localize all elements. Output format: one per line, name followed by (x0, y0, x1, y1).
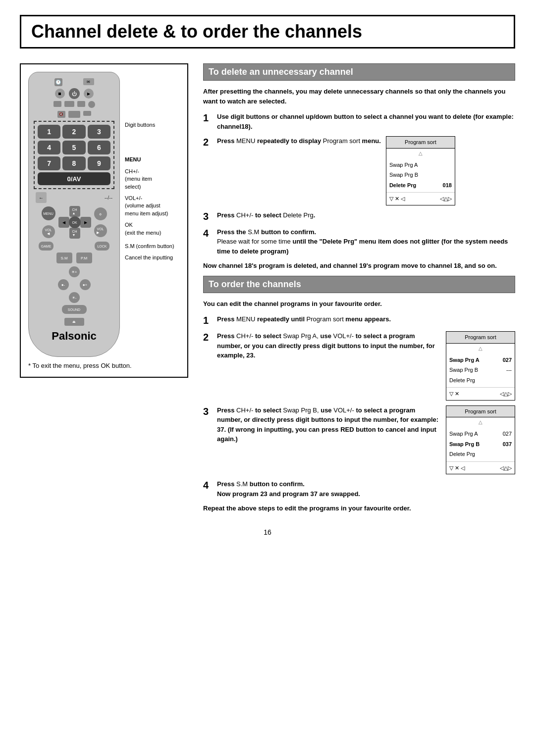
digit-4[interactable]: 4 (38, 141, 60, 154)
contrast-minus[interactable]: ●- (58, 279, 69, 290)
back-arrow-button[interactable]: ← (36, 192, 47, 203)
step-4-content: Press the S.M button to confirm. Please … (217, 227, 515, 256)
ch-label-annotation: CH+/-(menu itemselect) (125, 168, 180, 191)
digit-section: 1 2 3 4 5 6 7 8 9 0/AV (34, 121, 114, 189)
digit-1[interactable]: 1 (38, 125, 60, 139)
subtitle-icon: ✉ (83, 78, 94, 85)
function-icons-row (34, 101, 114, 108)
game-button[interactable]: GAME (39, 242, 54, 251)
menu-items-3: Swap Prg A027 Swap Prg B037 Delete Prg (446, 427, 515, 461)
brightness-minus[interactable]: ☀- (69, 292, 80, 303)
func-icon-1 (54, 101, 61, 107)
power-row: ⏹ ⏻ ▶ (34, 88, 114, 99)
game-lock-row: GAME LOCK (34, 242, 114, 251)
digit-9[interactable]: 9 (88, 156, 110, 170)
menu-display-1: Program sort △ Swap Prg A Swap Prg B Del… (386, 136, 455, 205)
menu-display-2: Program sort △ Swap Prg A027 Swap Prg B-… (446, 331, 515, 401)
order-step-number-2: 2 (203, 331, 213, 343)
vol-right-button[interactable]: ▶ (80, 217, 91, 228)
mute-icon: 🔇 (57, 111, 65, 118)
menu-nav-2: ▽ ✕◁△▷ (446, 387, 515, 400)
swap-prg-b-1: Swap Prg B (389, 170, 452, 180)
order-step-1-content: Press MENU repeatedly until Program sort… (217, 314, 515, 324)
remote-label-column: Digit buttons MENU CH+/-(menu itemselect… (120, 72, 180, 357)
step-3-content: Press CH+/- to select Delete Prg. (217, 210, 515, 220)
lock-button[interactable]: LOCK (95, 242, 109, 251)
sm-pm-row: S.M P.M (34, 252, 114, 263)
order-step-number-1: 1 (203, 314, 213, 326)
digit-0-av[interactable]: 0/AV (38, 172, 110, 185)
misc-buttons: ☀+ ●- ●+ ☀- SOUND (34, 266, 114, 326)
clock-icon: 🕐 (54, 78, 62, 86)
vol-right-side-button[interactable]: VOL▶ (94, 224, 107, 237)
digit-buttons-label: Digit buttons (125, 121, 180, 129)
misc-row-3: ☀- (69, 292, 80, 303)
contrast-plus[interactable]: ●+ (80, 279, 91, 290)
vol-button[interactable]: VOL◀ (42, 225, 55, 238)
digit-3[interactable]: 3 (88, 125, 110, 139)
delete-section: To delete an unnecessary channel After p… (203, 63, 515, 271)
func-icon-6 (83, 111, 91, 116)
step-number-1: 1 (203, 112, 213, 124)
function-icons-row2: 🔇 (34, 111, 114, 118)
step-number-3: 3 (203, 210, 213, 222)
order-step-1: 1 Press MENU repeatedly until Program so… (203, 314, 515, 326)
sm-button[interactable]: S.M (56, 252, 72, 263)
page-title: Channel delete & to order the channels (20, 15, 515, 49)
order-section: To order the channels You can edit the c… (203, 276, 515, 513)
play-icon: ▶ (84, 89, 94, 99)
menu-button[interactable]: MENU (42, 206, 55, 220)
menu-nav-1: ▽ ✕ ◁◁△▷ (386, 192, 455, 205)
order-intro-text: You can edit the channel programs in you… (203, 299, 515, 309)
order-step-number-4: 4 (203, 479, 213, 491)
dash-button[interactable]: --/-- (105, 195, 112, 201)
power-button[interactable]: ⏻ (69, 88, 80, 99)
swap-prg-b-3: Swap Prg B037 (449, 439, 512, 450)
option-button[interactable]: ⚙ (94, 207, 107, 220)
step-1-content: Use digit buttons or channel up/down but… (217, 112, 515, 131)
ch-down-button[interactable]: CH▼ (69, 228, 80, 239)
order-step-3-content: Press CH+/- to select Swap Prg B, use VO… (217, 405, 515, 475)
sound-button[interactable]: SOUND (62, 305, 87, 314)
remote-top-icons: 🕐 ✉ (34, 78, 114, 86)
order-step-number-3: 3 (203, 405, 213, 417)
brand-name: Palsonic (34, 330, 114, 343)
eject-button-wrap: ⏏ (64, 318, 84, 326)
sm-label-annotation: S.M (confirm button) (125, 243, 180, 250)
swap-prg-a-1: Swap Prg A (389, 160, 452, 170)
digit-6[interactable]: 6 (88, 141, 110, 154)
digit-7[interactable]: 7 (38, 156, 60, 170)
swap-prg-a-3: Swap Prg A027 (449, 429, 512, 439)
digit-8[interactable]: 8 (62, 156, 85, 170)
nav-row: ← --/-- (34, 192, 114, 203)
delete-intro-text: After presetting the channels, you may d… (203, 87, 515, 106)
vol-left-button[interactable]: ◀ (58, 217, 69, 228)
ok-button[interactable]: OK (69, 216, 81, 228)
menu-warning-3: △ (446, 417, 515, 427)
digit-5[interactable]: 5 (62, 141, 85, 154)
misc-row-1: ☀+ (69, 266, 80, 277)
delete-step-2: 2 Press MENU repeatedly to display Progr… (203, 136, 515, 205)
menu-label-annotation: MENU (125, 156, 180, 163)
delete-prg-3: Delete Prg (449, 449, 512, 459)
digit-2[interactable]: 2 (62, 125, 85, 139)
brightness-plus[interactable]: ☀+ (69, 266, 80, 277)
order-section-heading: To order the channels (203, 276, 515, 293)
eject-button[interactable]: ⏏ (64, 318, 84, 326)
menu-nav-3: ▽ ✕ ◁◁△▷ (446, 461, 515, 474)
menu-warning-2: △ (446, 344, 515, 353)
menu-display-3: Program sort △ Swap Prg A027 Swap Prg B0… (446, 405, 515, 475)
func-icon-3 (77, 101, 85, 107)
order-step-3: 3 Press CH+/- to select Swap Prg B, use … (203, 405, 515, 475)
remote-footer-note: * To exit the menu, press OK button. (28, 362, 180, 369)
order-step-2-content: Press CH+/- to select Swap Prg A, use VO… (217, 331, 515, 401)
pm-button[interactable]: P.M (76, 252, 92, 263)
menu-title-2: Program sort (446, 332, 515, 344)
swap-prg-b-2: Swap Prg B--- (449, 365, 512, 375)
order-step-4: 4 Press S.M button to confirm.Now progra… (203, 479, 515, 499)
misc-row-2: ●- ●+ (58, 279, 91, 290)
menu-warning-1: △ (386, 149, 455, 158)
ch-up-button[interactable]: CH▲ (69, 206, 80, 217)
delete-step-1: 1 Use digit buttons or channel up/down b… (203, 112, 515, 131)
order-step-2: 2 Press CH+/- to select Swap Prg A, use … (203, 331, 515, 401)
